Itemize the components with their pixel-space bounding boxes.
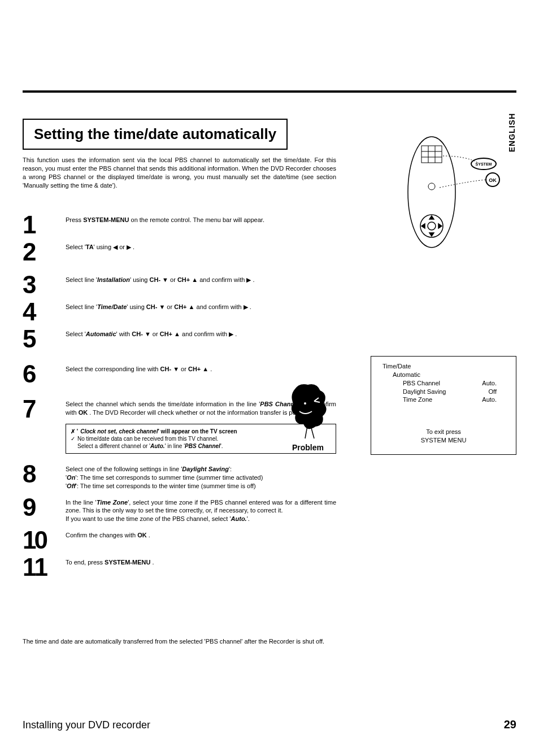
step-number: 9: [23, 495, 66, 520]
step-9: 9 In the line 'Time Zone', select your t…: [23, 495, 336, 524]
footer-section-name: Installing your DVD recorder: [23, 719, 150, 731]
osd-row: Daylight Saving Off: [403, 388, 508, 396]
step-3: 3 Select line 'Installation' using CH- ▼…: [23, 272, 336, 297]
step-text: Select line 'Time/Date' using CH- ▼ or C…: [66, 299, 336, 311]
osd-exit-line1: To exit press: [426, 428, 461, 435]
step-text: To end, press SYSTEM-MENU .: [66, 555, 336, 567]
step-text: Select line 'Installation' using CH- ▼ o…: [66, 272, 336, 284]
osd-screen: Time/Date Automatic PBS Channel Auto. Da…: [371, 356, 516, 455]
osd-row-label: Time Zone: [403, 396, 432, 404]
settings-icon: TA: [86, 244, 94, 250]
step-text: In the line 'Time Zone', select your tim…: [66, 495, 336, 524]
svg-point-8: [428, 222, 436, 230]
step-text: Select one of the following settings in …: [66, 462, 336, 490]
osd-row-value: Auto.: [482, 396, 497, 404]
step-4: 4 Select line 'Time/Date' using CH- ▼ or…: [23, 299, 336, 324]
svg-point-6: [428, 183, 435, 190]
step-10: 10 Confirm the changes with OK .: [23, 528, 336, 553]
osd-row-value: Off: [489, 388, 497, 396]
svg-text:SYSTEM: SYSTEM: [476, 162, 492, 166]
osd-row-label: Daylight Saving: [403, 388, 446, 396]
step-number: 10: [23, 528, 66, 553]
svg-text:OK: OK: [489, 177, 497, 183]
section-title-box: Setting the time/date automatically: [23, 119, 288, 150]
svg-point-0: [408, 137, 455, 247]
osd-row: Time Zone Auto.: [403, 396, 508, 404]
step-text: Press SYSTEM-MENU on the remote control.…: [66, 212, 336, 224]
step-number: 3: [23, 272, 66, 297]
osd-exit-hint: To exit press SYSTEM MENU: [379, 428, 508, 445]
check-icon: ✓: [71, 436, 75, 442]
step-number: 5: [23, 327, 66, 351]
osd-row: PBS Channel Auto.: [403, 379, 508, 388]
top-rule: [23, 90, 516, 93]
page-number: 29: [504, 718, 516, 731]
step-text: Confirm the changes with OK .: [66, 528, 336, 540]
intro-paragraph: This function uses the information sent …: [23, 156, 336, 189]
step-number: 11: [23, 555, 66, 580]
summary-paragraph: The time and date are automatically tran…: [23, 637, 336, 646]
osd-title: Time/Date: [382, 362, 508, 371]
step-number: 6: [23, 362, 66, 386]
step-number: 1: [23, 212, 66, 237]
step-8: 8 Select one of the following settings i…: [23, 462, 336, 490]
problem-label: Problem: [277, 443, 339, 452]
step-number: 2: [23, 240, 66, 264]
step-5: 5 Select 'Automatic' with CH- ▼ or CH+ ▲…: [23, 327, 336, 351]
svg-point-13: [303, 402, 307, 405]
section-title: Setting the time/date automatically: [34, 125, 276, 143]
problem-illustration: Problem: [277, 379, 339, 452]
osd-exit-line2: SYSTEM MENU: [421, 437, 467, 444]
step-1: 1 Press SYSTEM-MENU on the remote contro…: [23, 212, 336, 237]
step-number: 7: [23, 397, 66, 422]
step-text: Select 'TA' using ◀ or ▶ .: [66, 240, 336, 251]
language-tab: ENGLISH: [507, 113, 516, 152]
x-icon: ✗ ': [71, 428, 78, 435]
step-11: 11 To end, press SYSTEM-MENU .: [23, 555, 336, 580]
step-text: Select 'Automatic' with CH- ▼ or CH+ ▲ a…: [66, 327, 336, 338]
step-number: 8: [23, 462, 66, 486]
osd-row-label: PBS Channel: [403, 379, 440, 388]
remote-illustration: SYSTEM OK: [398, 124, 505, 251]
osd-row-value: Auto.: [482, 379, 497, 388]
step-text: Select the corresponding line with CH- ▼…: [66, 362, 336, 373]
step-number: 4: [23, 299, 66, 324]
step-2: 2 Select 'TA' using ◀ or ▶ .: [23, 240, 336, 264]
osd-subtitle: Automatic: [393, 371, 508, 379]
svg-rect-1: [421, 146, 442, 163]
